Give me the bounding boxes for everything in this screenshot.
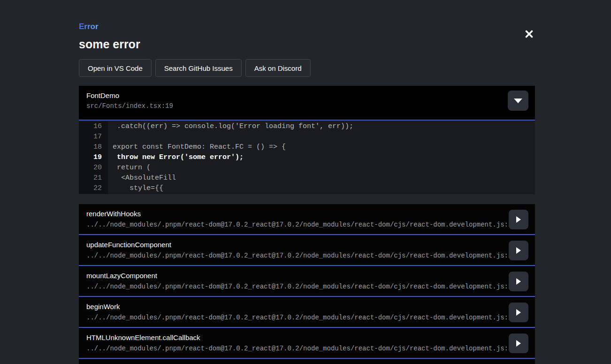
line-number: 21 — [79, 173, 108, 183]
line-code: style={{ — [108, 183, 535, 194]
line-code: return ( — [108, 163, 535, 173]
code-line: 18export const FontDemo: React.FC = () =… — [79, 142, 535, 152]
line-number: 22 — [79, 183, 108, 194]
search-github-issues-button[interactable]: Search GitHub Issues — [155, 59, 242, 77]
stack-frame-path: ../../node_modules/.pnpm/react-dom@17.0.… — [86, 344, 527, 353]
stack-frame: renderWithHooks ../../node_modules/.pnpm… — [79, 204, 535, 235]
line-code: throw new Error('some error'); — [108, 152, 535, 163]
stack-frame-path: ../../node_modules/.pnpm/react-dom@17.0.… — [86, 220, 527, 229]
line-code: <AbsoluteFill — [108, 173, 535, 183]
open-in-vscode-button[interactable]: Open in VS Code — [79, 59, 152, 77]
code-line-highlighted: 19 throw new Error('some error'); — [79, 152, 535, 163]
expand-frame-button[interactable] — [509, 303, 528, 322]
stack-frame-partial — [79, 359, 535, 364]
stack-trace: renderWithHooks ../../node_modules/.pnpm… — [79, 204, 535, 364]
code-snippet: 16 .catch((err) => console.log('Error lo… — [79, 121, 535, 194]
stack-frame: beginWork ../../node_modules/.pnpm/react… — [79, 297, 535, 328]
code-line: 16 .catch((err) => console.log('Error lo… — [79, 121, 535, 132]
line-code: .catch((err) => console.log('Error loadi… — [108, 121, 535, 132]
line-number: 16 — [79, 121, 108, 132]
line-code — [108, 132, 535, 142]
code-line: 22 style={{ — [79, 183, 535, 194]
chevron-right-icon — [516, 340, 521, 347]
error-kicker: Error — [79, 22, 99, 31]
expand-frame-button[interactable] — [509, 272, 528, 291]
code-line: 21 <AbsoluteFill — [79, 173, 535, 183]
line-number: 20 — [79, 163, 108, 173]
action-buttons: Open in VS Code Search GitHub Issues Ask… — [79, 59, 535, 77]
code-frame-function-name: FontDemo — [86, 91, 527, 100]
stack-frame-path: ../../node_modules/.pnpm/react-dom@17.0.… — [86, 251, 527, 260]
stack-frame-path: ../../node_modules/.pnpm/react-dom@17.0.… — [86, 282, 527, 291]
stack-frame-name: beginWork — [86, 302, 527, 311]
expand-frame-button[interactable] — [509, 241, 528, 260]
code-line: 20 return ( — [79, 163, 535, 173]
stack-frame-name: mountLazyComponent — [86, 271, 527, 281]
chevron-right-icon — [516, 247, 521, 254]
chevron-right-icon — [516, 216, 521, 223]
collapse-frame-button[interactable] — [508, 91, 528, 111]
line-number: 18 — [79, 142, 108, 152]
expand-frame-button[interactable] — [509, 210, 528, 229]
chevron-right-icon — [516, 278, 521, 285]
expand-frame-button[interactable] — [509, 334, 528, 353]
line-number: 19 — [79, 152, 108, 163]
line-code: export const FontDemo: React.FC = () => … — [108, 142, 535, 152]
stack-frame-name: updateFunctionComponent — [86, 240, 527, 250]
ask-on-discord-button[interactable]: Ask on Discord — [245, 59, 311, 77]
stack-frame-name: renderWithHooks — [86, 209, 527, 219]
line-number: 17 — [79, 132, 108, 142]
code-line: 17 — [79, 132, 535, 142]
stack-frame: updateFunctionComponent ../../node_modul… — [79, 235, 535, 266]
stack-frame-name: HTMLUnknownElement.callCallback — [86, 333, 527, 342]
chevron-right-icon — [516, 309, 521, 316]
code-frame-header: FontDemo src/Fonts/index.tsx:19 — [79, 86, 535, 121]
code-frame: FontDemo src/Fonts/index.tsx:19 16 .catc… — [79, 86, 535, 194]
code-frame-location: src/Fonts/index.tsx:19 — [86, 102, 527, 110]
error-message: some error — [79, 38, 535, 51]
stack-frame: HTMLUnknownElement.callCallback ../../no… — [79, 328, 535, 359]
error-overlay: Error some error Open in VS Code Search … — [79, 0, 535, 364]
chevron-down-icon — [514, 99, 522, 103]
stack-frame-path: ../../node_modules/.pnpm/react-dom@17.0.… — [86, 313, 527, 322]
stack-frame: mountLazyComponent ../../node_modules/.p… — [79, 266, 535, 297]
